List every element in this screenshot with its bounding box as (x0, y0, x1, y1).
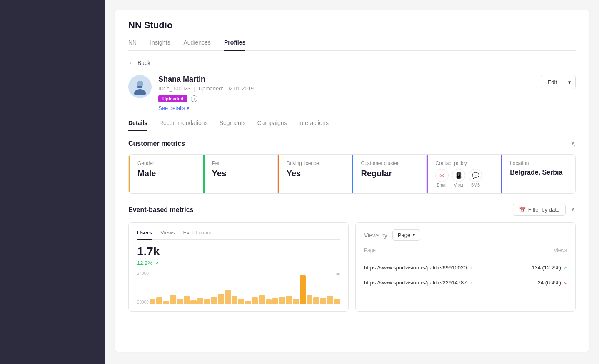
metric-location-label: Location (510, 160, 568, 166)
event-change: 12.2% ↗ (137, 260, 340, 266)
contact-email: ✉ Email (435, 169, 449, 187)
metric-cluster-label: Customer cluster (361, 160, 419, 166)
metric-pet-value: Yes (212, 169, 270, 178)
avatar (128, 75, 152, 98)
see-details-button[interactable]: See details ▾ (158, 105, 541, 111)
edit-button[interactable]: Edit (541, 77, 564, 88)
back-label: Back (137, 60, 150, 66)
event-metrics-section: Event-based metrics 📅 Filter by date ∧ U… (128, 204, 576, 312)
nav-tabs: NN Insights Audiences Profiles (128, 39, 576, 51)
edit-dropdown-button[interactable]: ▾ (564, 77, 575, 88)
nav-tab-profiles[interactable]: Profiles (224, 39, 245, 51)
see-details-label: See details (158, 105, 185, 111)
chevron-down-icon: ▾ (413, 233, 415, 237)
filter-date-button[interactable]: 📅 Filter by date (513, 204, 566, 216)
nav-tab-audiences[interactable]: Audiences (183, 39, 210, 51)
tab-details[interactable]: Details (128, 120, 147, 131)
calendar-icon: 📅 (519, 207, 526, 213)
chevron-down-icon: ▾ (187, 105, 190, 111)
chart-bars (150, 275, 340, 304)
profile-id: ID: c_100023 (158, 85, 190, 92)
profile-meta: ID: c_100023 | Uploaded: 02.01.2019 (158, 85, 541, 92)
metric-driving-label: Driving licence (287, 160, 344, 166)
views-count-2: 24 (6.4%) ↘ (538, 279, 567, 286)
profile-info: Shana Martin ID: c_100023 | Uploaded: 02… (158, 75, 541, 111)
sms-icon: 💬 (469, 169, 482, 182)
views-url-1: https://www.sportvision.rs/patike/699100… (364, 264, 477, 271)
metric-gender-label: Gender (137, 160, 195, 166)
back-button[interactable]: ← Back (128, 59, 576, 67)
customer-metrics-header: Customer metrics ∧ (128, 140, 576, 147)
uploaded-date: 02.01.2019 (227, 85, 254, 92)
svg-rect-2 (137, 86, 142, 88)
event-tab-views[interactable]: Views (160, 229, 175, 240)
email-label: Email (437, 183, 447, 187)
views-by-select-value: Page (398, 232, 410, 238)
customer-metrics-grid: Gender Male Pet Yes Driving licence Yes … (128, 154, 576, 194)
tab-segments[interactable]: Segments (220, 120, 246, 131)
profile-header: Shana Martin ID: c_100023 | Uploaded: 02… (128, 75, 576, 111)
nav-tab-nn[interactable]: NN (128, 39, 137, 51)
event-tab-users[interactable]: Users (137, 229, 152, 240)
email-icon: ✉ (435, 169, 449, 182)
event-collapse-icon[interactable]: ∧ (571, 206, 576, 214)
metric-driving-value: Yes (287, 169, 344, 178)
white-card: NN Studio NN Insights Audiences Profiles… (115, 10, 589, 352)
main-area: NN Studio NN Insights Audiences Profiles… (105, 0, 599, 364)
metric-cluster: Customer cluster Regular (352, 155, 427, 193)
event-change-pct: 12.2% (137, 260, 152, 266)
metric-contact-label: Contact policy (435, 160, 493, 166)
section-tabs: Details Recommendations Segments Campaig… (128, 120, 576, 131)
col-views: Views (554, 247, 567, 253)
filter-date-label: Filter by date (528, 207, 559, 213)
viber-label: Viber (454, 183, 464, 187)
event-metrics-title: Event-based metrics (128, 206, 194, 214)
event-cards-row: Users Views Event count 1.7k 12.2% ↗ 240… (128, 222, 576, 312)
chart-menu-icon[interactable]: ≡ (336, 271, 340, 279)
sms-label: SMS (471, 183, 480, 187)
views-by-select[interactable]: Page ▾ (392, 229, 420, 241)
customer-metrics-title: Customer metrics (128, 140, 185, 147)
metric-pet: Pet Yes (203, 155, 278, 193)
event-chart-card: Users Views Event count 1.7k 12.2% ↗ 240… (128, 222, 349, 312)
status-badge: Uploaded (158, 95, 187, 102)
back-arrow-icon: ← (128, 59, 135, 67)
trend-down-2: ↘ (563, 280, 567, 286)
chart-y-bottom: 20000 (137, 300, 149, 304)
tab-recommendations[interactable]: Recommendations (159, 120, 208, 131)
metric-location: Location Belgrade, Serbia (501, 155, 575, 193)
contact-icons: ✉ Email 📳 Viber 💬 SMS (435, 169, 493, 187)
col-page: Page (364, 247, 376, 253)
metric-gender: Gender Male (129, 155, 203, 193)
contact-sms: 💬 SMS (469, 169, 482, 187)
metric-location-value: Belgrade, Serbia (510, 169, 568, 176)
sidebar (0, 0, 105, 364)
event-card-tabs: Users Views Event count (137, 229, 340, 240)
views-value-1: 134 (12.2%) (532, 264, 561, 271)
tab-interactions[interactable]: Interactions (299, 120, 329, 131)
tab-campaigns[interactable]: Campaigns (257, 120, 287, 131)
nav-tab-insights[interactable]: Insights (150, 39, 170, 51)
table-row: https://www.sportvision.rs/patike/229147… (364, 275, 567, 290)
viber-icon: 📳 (452, 169, 465, 182)
views-table: Page Views https://www.sportvision.rs/pa… (364, 247, 567, 290)
views-by-card: Views by Page ▾ Page Views https://www.s… (355, 222, 576, 312)
uploaded-label: Uploaded: (199, 85, 223, 92)
collapse-icon[interactable]: ∧ (571, 140, 576, 147)
metric-gender-value: Male (137, 169, 195, 178)
profile-name: Shana Martin (158, 75, 541, 84)
views-count-1: 134 (12.2%) ↗ (532, 264, 567, 271)
app-title: NN Studio (128, 20, 576, 31)
event-big-number: 1.7k (137, 245, 340, 258)
metric-contact: Contact policy ✉ Email 📳 Viber 💬 SMS (427, 155, 501, 193)
metric-driving: Driving licence Yes (278, 155, 352, 193)
table-row: https://www.sportvision.rs/patike/699100… (364, 260, 567, 275)
trend-up-icon: ↗ (154, 260, 159, 266)
views-table-header: Page Views (364, 247, 567, 257)
views-by-label: Views by (364, 232, 387, 239)
event-tab-eventcount[interactable]: Event count (183, 229, 212, 240)
chart-area: 24000 20000 ≡ (137, 271, 340, 304)
meta-separator: | (194, 85, 195, 92)
views-by-header: Views by Page ▾ (364, 229, 567, 241)
info-icon[interactable]: i (191, 95, 197, 102)
